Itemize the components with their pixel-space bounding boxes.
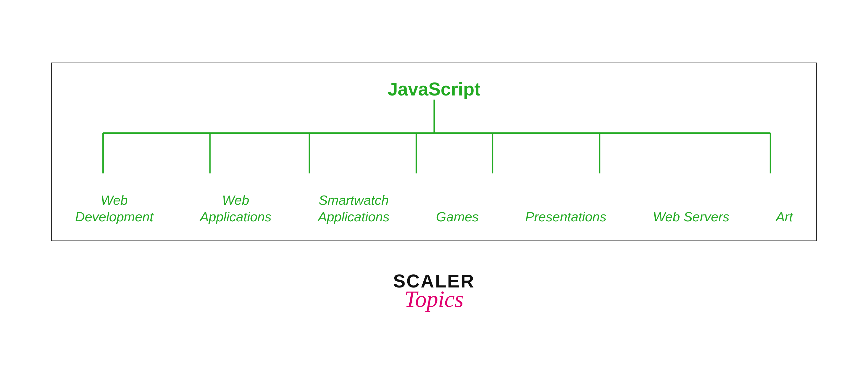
branding: SCALER Topics — [393, 272, 475, 311]
diagram-box: JavaScript WebDevelopment WebApplicatio — [51, 63, 817, 241]
brand-topics-text: Topics — [405, 288, 464, 311]
tree-area: WebDevelopment WebApplications Smartwatc… — [52, 100, 816, 241]
child-games: Games — [436, 209, 479, 225]
main-container: JavaScript WebDevelopment WebApplicatio — [51, 63, 817, 311]
child-web-development: WebDevelopment — [75, 192, 153, 225]
child-smartwatch-applications: SmartwatchApplications — [318, 192, 390, 225]
child-presentations: Presentations — [525, 209, 607, 225]
child-web-applications: WebApplications — [200, 192, 271, 225]
root-label: JavaScript — [388, 79, 480, 100]
children-row: WebDevelopment WebApplications Smartwatc… — [52, 192, 816, 225]
child-art: Art — [776, 209, 793, 225]
child-web-servers: Web Servers — [653, 209, 730, 225]
